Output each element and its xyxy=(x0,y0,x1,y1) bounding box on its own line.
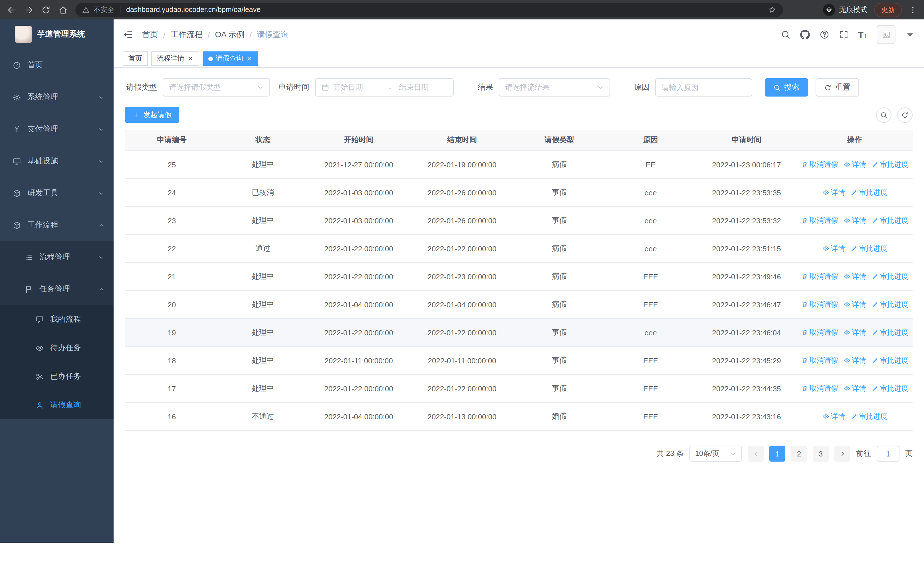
help-icon[interactable] xyxy=(819,30,829,39)
cell-apply-id: 24 xyxy=(125,188,219,197)
page-size-select[interactable]: 10条/页 xyxy=(689,445,742,462)
detail-link[interactable]: 详情 xyxy=(843,384,866,393)
sidebar-item-infra[interactable]: 基础设施 xyxy=(0,145,114,177)
cancel-leave-label: 取消请假 xyxy=(810,272,838,281)
close-icon[interactable] xyxy=(187,56,194,62)
detail-link[interactable]: 详情 xyxy=(843,216,866,226)
table-row: 21 处理中 2022-01-22 00:00:00 2022-01-23 00… xyxy=(125,263,913,291)
page-button-1[interactable]: 1 xyxy=(770,445,785,462)
tag-home[interactable]: 首页 xyxy=(123,51,148,66)
apply-time-range-picker[interactable]: 开始日期 - 结束日期 xyxy=(315,78,454,96)
github-icon[interactable] xyxy=(800,30,810,39)
detail-link[interactable]: 详情 xyxy=(843,356,866,365)
progress-link[interactable]: 审批进度 xyxy=(871,160,908,169)
back-icon[interactable] xyxy=(7,5,16,15)
eye-icon xyxy=(843,329,850,336)
breadcrumb-workflow[interactable]: 工作流程 xyxy=(171,29,202,40)
detail-link[interactable]: 详情 xyxy=(843,272,866,281)
progress-link[interactable]: 审批进度 xyxy=(871,272,908,281)
progress-link[interactable]: 审批进度 xyxy=(871,216,908,226)
cell-status: 处理中 xyxy=(219,215,307,226)
cancel-leave-link[interactable]: 取消请假 xyxy=(801,272,838,281)
create-leave-button[interactable]: 发起请假 xyxy=(125,107,179,123)
bookmark-star-icon[interactable] xyxy=(768,6,776,14)
fullscreen-icon[interactable] xyxy=(838,30,848,39)
reason-input[interactable] xyxy=(662,83,746,92)
breadcrumb-oa[interactable]: OA 示例 xyxy=(215,29,244,40)
eye-icon xyxy=(822,189,829,196)
table-row: 23 处理中 2022-01-03 00:00:00 2022-01-26 00… xyxy=(125,207,913,235)
edit-pen-icon xyxy=(850,413,857,420)
chevron-down-icon xyxy=(98,94,105,100)
sidebar-item-payment[interactable]: 支付管理 xyxy=(0,113,114,145)
cancel-leave-link[interactable]: 取消请假 xyxy=(801,300,838,309)
font-size-icon[interactable]: TT xyxy=(858,30,867,39)
sidebar-item-leave-query[interactable]: 请假查询 xyxy=(0,391,114,419)
sidebar-item-process-mgmt[interactable]: 流程管理 xyxy=(0,241,114,273)
reset-button[interactable]: 重置 xyxy=(816,78,859,96)
progress-link[interactable]: 审批进度 xyxy=(871,356,908,365)
forward-icon[interactable] xyxy=(24,5,34,15)
progress-link[interactable]: 审批进度 xyxy=(850,412,887,421)
detail-link[interactable]: 详情 xyxy=(822,244,845,253)
sidebar-item-my-process[interactable]: 我的流程 xyxy=(0,305,114,334)
detail-link[interactable]: 详情 xyxy=(822,188,845,197)
cancel-leave-link[interactable]: 取消请假 xyxy=(801,384,838,393)
cell-leave-type: 事假 xyxy=(514,187,605,198)
sidebar-item-system[interactable]: 系统管理 xyxy=(0,81,114,113)
result-select[interactable]: 请选择流结果 xyxy=(499,78,610,96)
close-icon[interactable] xyxy=(246,56,252,62)
progress-link[interactable]: 审批进度 xyxy=(871,300,908,309)
tag-leave-query[interactable]: 请假查询 xyxy=(202,51,258,66)
page-button-3[interactable]: 3 xyxy=(813,445,829,462)
search-icon[interactable] xyxy=(780,30,790,39)
refresh-table-button[interactable] xyxy=(897,107,913,123)
leave-type-select[interactable]: 请选择请假类型 xyxy=(163,78,270,96)
refresh-icon xyxy=(901,111,909,119)
sidebar-item-task-mgmt[interactable]: 任务管理 xyxy=(0,273,114,305)
toggle-search-button[interactable] xyxy=(876,107,891,123)
progress-link[interactable]: 审批进度 xyxy=(871,328,908,337)
sidebar-item-home[interactable]: 首页 xyxy=(0,49,114,81)
detail-label: 详情 xyxy=(852,160,866,169)
home-icon[interactable] xyxy=(58,5,68,15)
update-button[interactable]: 更新 xyxy=(874,3,902,17)
browser-menu-icon[interactable] xyxy=(909,5,917,14)
search-button[interactable]: 搜索 xyxy=(765,78,808,96)
url-bar[interactable]: 不安全 dashboard.yudao.iocoder.cn/bpm/oa/le… xyxy=(75,3,783,17)
progress-link[interactable]: 审批进度 xyxy=(850,244,887,253)
table-tools xyxy=(876,107,913,123)
detail-link[interactable]: 详情 xyxy=(843,300,866,309)
cell-apply-time: 2022-01-22 23:43:16 xyxy=(696,412,797,421)
progress-link[interactable]: 审批进度 xyxy=(850,188,887,197)
cell-start-time: 2022-01-22 00:00:00 xyxy=(307,244,410,253)
edit-pen-icon xyxy=(871,301,878,308)
cancel-leave-link[interactable]: 取消请假 xyxy=(801,216,838,226)
cell-end-time: 2022-01-22 00:00:00 xyxy=(410,244,514,253)
progress-link[interactable]: 审批进度 xyxy=(871,384,908,393)
sidebar-item-todo-tasks[interactable]: 待办任务 xyxy=(0,334,114,362)
detail-link[interactable]: 详情 xyxy=(843,328,866,337)
logo: 芋道管理系统 xyxy=(0,20,114,49)
reload-icon[interactable] xyxy=(41,5,51,15)
page-button-2[interactable]: 2 xyxy=(791,445,807,462)
search-icon xyxy=(880,111,888,119)
sidebar-item-devtools[interactable]: 研发工具 xyxy=(0,177,114,209)
sidebar-toggle-icon[interactable] xyxy=(123,29,134,40)
cancel-leave-link[interactable]: 取消请假 xyxy=(801,328,838,337)
detail-link[interactable]: 详情 xyxy=(822,412,845,421)
detail-link[interactable]: 详情 xyxy=(843,160,866,169)
avatar[interactable] xyxy=(877,25,896,44)
tag-process-detail[interactable]: 流程详情 xyxy=(151,51,199,66)
goto-page-input[interactable] xyxy=(877,445,900,462)
edit-pen-icon xyxy=(850,189,857,196)
cancel-leave-link[interactable]: 取消请假 xyxy=(801,356,838,365)
sidebar-item-done-tasks[interactable]: 已办任务 xyxy=(0,362,114,391)
cell-apply-id: 18 xyxy=(125,356,219,365)
avatar-caret-icon[interactable] xyxy=(905,30,915,39)
cancel-leave-link[interactable]: 取消请假 xyxy=(801,160,838,169)
sidebar-item-workflow[interactable]: 工作流程 xyxy=(0,209,114,241)
breadcrumb-home[interactable]: 首页 xyxy=(142,29,158,40)
next-page-button[interactable] xyxy=(834,445,850,462)
prev-page-button[interactable] xyxy=(748,445,764,462)
